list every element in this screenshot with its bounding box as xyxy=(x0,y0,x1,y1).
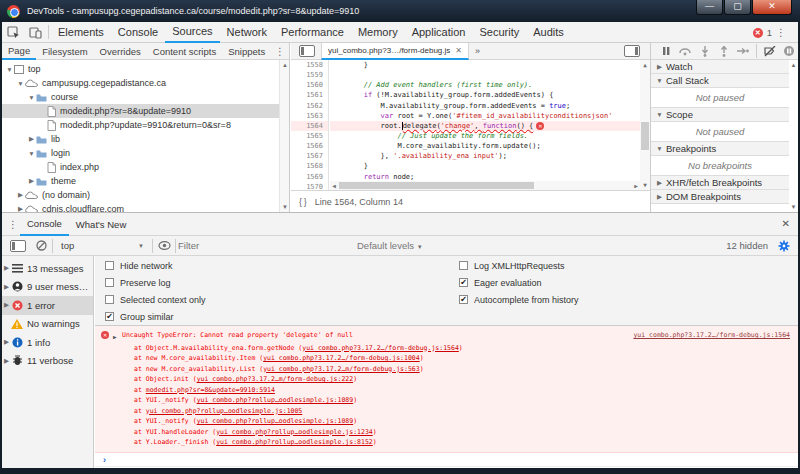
chevron-right-icon[interactable]: ▶ xyxy=(16,191,25,199)
stack-frame-link[interactable]: yui_combo.php?rollup…oodlesimple.js:1089 xyxy=(197,417,354,425)
step-into-icon[interactable] xyxy=(696,44,713,58)
stack-frame-link[interactable]: modedit.php?sr=8&update=9910:5914 xyxy=(146,386,275,394)
console-filter-user[interactable]: ▶9 user mess… xyxy=(2,278,93,297)
device-toolbar-icon[interactable] xyxy=(24,22,46,42)
checkbox[interactable] xyxy=(459,261,468,270)
chevron-right-icon[interactable]: ▶ xyxy=(2,301,11,309)
stack-frame-link[interactable]: yui_combo.php?3.17.2…/form-debug.js:1004 xyxy=(263,354,420,362)
console-filter-info[interactable]: ▶1 info xyxy=(2,333,93,352)
section-watch[interactable]: ▶Watch xyxy=(651,60,789,74)
tree-item[interactable]: modedit.php?sr=8&update=9910 xyxy=(2,104,289,118)
console-settings-icon[interactable] xyxy=(778,240,790,252)
chevron-right-icon[interactable]: ▶ xyxy=(27,177,36,185)
chevron-right-icon[interactable]: ▶ xyxy=(2,283,11,291)
section-dom-breakpoints[interactable]: ▶DOM Breakpoints xyxy=(651,190,789,204)
chevron-down-icon[interactable]: ▼ xyxy=(16,80,25,87)
stack-frame-link[interactable]: yui_combo.php?rollup…oodlesimple.js:1005 xyxy=(146,407,303,415)
section-breakpoints[interactable]: ▼Breakpoints xyxy=(651,142,789,156)
maximize-button[interactable]: ▢ xyxy=(724,0,751,15)
log-levels-dropdown[interactable]: Default levels ▼ xyxy=(357,240,423,251)
chevron-right-icon[interactable]: ▶ xyxy=(2,357,11,365)
chevron-right-icon[interactable]: ▶ xyxy=(27,135,36,143)
checkbox[interactable] xyxy=(105,278,114,287)
tree-item[interactable]: modedit.php?update=9910&return=0&sr=8 xyxy=(2,118,289,132)
console-close-icon[interactable]: ✕ xyxy=(782,218,790,229)
pause-icon[interactable] xyxy=(657,44,674,58)
tab-memory[interactable]: Memory xyxy=(351,22,405,43)
section-xhr-fetch-breakpoints[interactable]: ▶XHR/fetch Breakpoints xyxy=(651,176,789,190)
navigator-tab-page[interactable]: Page xyxy=(2,43,36,60)
filter-input[interactable] xyxy=(178,240,353,251)
pretty-print-icon[interactable]: { } xyxy=(299,197,307,207)
stack-frame-link[interactable]: yui_combo.php?rollup…oodlesimple.js:1234 xyxy=(216,428,373,436)
tree-item[interactable]: ▶lib xyxy=(2,132,289,146)
checkbox[interactable] xyxy=(105,295,114,304)
hide-navigator-icon[interactable] xyxy=(299,45,315,57)
chevron-down-icon[interactable]: ▼ xyxy=(5,66,14,73)
chevron-down-icon[interactable]: ▼ xyxy=(27,94,36,101)
section-call-stack[interactable]: ▼Call Stack xyxy=(651,74,789,88)
scroll-down-icon[interactable]: ▼ xyxy=(640,180,650,190)
chevron-right-icon[interactable]: ▶ xyxy=(2,264,11,272)
deactivate-breakpoints-icon[interactable] xyxy=(761,44,778,58)
editor-hscrollbar[interactable]: ◀ ▶ xyxy=(330,181,640,190)
tab-security[interactable]: Security xyxy=(472,22,526,43)
console-filter-list[interactable]: ▶13 messages xyxy=(2,259,93,278)
console-filter-verbose[interactable]: ▶11 verbose xyxy=(2,352,93,371)
console-menu-icon[interactable]: ⋮ xyxy=(8,222,18,227)
close-button[interactable]: ✕ xyxy=(752,0,792,15)
scroll-up-icon[interactable]: ▲ xyxy=(280,60,290,70)
stack-frame-link[interactable]: yui_combo.php?rollup…oodlesimple.js:8152 xyxy=(216,438,373,446)
step-icon[interactable] xyxy=(735,44,752,58)
tree-item[interactable]: ▼course xyxy=(2,90,289,104)
scroll-down-icon[interactable]: ▼ xyxy=(280,202,290,212)
tree-item[interactable]: ▶theme xyxy=(2,174,289,188)
console-filter-warning[interactable]: No warnings xyxy=(2,315,93,334)
tab-application[interactable]: Application xyxy=(405,22,473,43)
section-scope[interactable]: ▼Scope xyxy=(651,108,789,122)
step-out-icon[interactable] xyxy=(715,44,732,58)
checkbox[interactable]: ✔ xyxy=(105,312,114,321)
navigator-more-icon[interactable]: ⋮ xyxy=(275,49,285,54)
more-tabs-icon[interactable]: » xyxy=(475,46,480,56)
navigator-tab-snippets[interactable]: Snippets xyxy=(222,43,271,60)
scroll-up-icon[interactable]: ▲ xyxy=(640,60,650,70)
chevron-down-icon[interactable]: ▼ xyxy=(27,150,36,157)
file-tree-scrollbar[interactable]: ▲ ▼ xyxy=(279,60,289,212)
console-prompt[interactable]: › xyxy=(95,453,798,467)
console-sidebar-toggle-icon[interactable] xyxy=(10,240,26,252)
checkbox[interactable]: ✔ xyxy=(459,278,468,287)
chevron-right-icon[interactable]: ▶ xyxy=(2,338,11,346)
inspect-icon[interactable] xyxy=(2,22,24,42)
console-filter-error[interactable]: ▶1 error xyxy=(2,296,93,315)
expand-icon[interactable]: ▶ xyxy=(113,332,118,343)
debugger-scrollbar[interactable]: ▲ ▼ xyxy=(789,60,798,212)
tab-network[interactable]: Network xyxy=(220,22,274,43)
tab-console[interactable]: Console xyxy=(111,22,165,43)
scroll-down-icon[interactable]: ▼ xyxy=(789,202,798,212)
tab-performance[interactable]: Performance xyxy=(274,22,351,43)
checkbox[interactable] xyxy=(105,261,114,270)
scroll-right-icon[interactable]: ▶ xyxy=(632,181,640,190)
pause-on-exceptions-icon[interactable] xyxy=(781,44,798,58)
tree-item[interactable]: ▶cdnjs.cloudflare.com xyxy=(2,202,289,212)
stack-frame-link[interactable]: yui_combo.php?3.17.2…/form-debug.js:1564 xyxy=(302,344,459,352)
console-tab-console[interactable]: Console xyxy=(20,213,69,236)
code-editor[interactable]: 1558155915601561156215631564156515661567… xyxy=(291,60,650,190)
tab-audits[interactable]: Audits xyxy=(526,22,571,43)
tab-elements[interactable]: Elements xyxy=(51,22,111,43)
stack-frame-link[interactable]: yui_combo.php?rollup…oodlesimple.js:1089 xyxy=(197,396,354,404)
chevron-right-icon[interactable]: ▶ xyxy=(16,205,25,212)
tab-close-icon[interactable]: ✕ xyxy=(455,46,462,55)
show-debugger-icon[interactable] xyxy=(624,45,640,57)
error-location-link[interactable]: yui_combo.php?3.17.2…/form-debug.js:1564 xyxy=(633,330,790,341)
navigator-tab-filesystem[interactable]: Filesystem xyxy=(36,43,93,60)
editor-vscrollbar[interactable]: ▲ ▼ xyxy=(640,60,650,190)
tree-item[interactable]: index.php xyxy=(2,160,289,174)
scroll-left-icon[interactable]: ◀ xyxy=(330,181,338,190)
tree-item[interactable]: ▼campusupg.cegepadistance.ca xyxy=(2,76,289,90)
stack-frame-link[interactable]: yui_combo.php?3.17.2…m/form-debug.js:563 xyxy=(263,365,420,373)
minimize-button[interactable]: — xyxy=(696,0,723,15)
tree-item[interactable]: ▶(no domain) xyxy=(2,188,289,202)
step-over-icon[interactable] xyxy=(676,44,693,58)
